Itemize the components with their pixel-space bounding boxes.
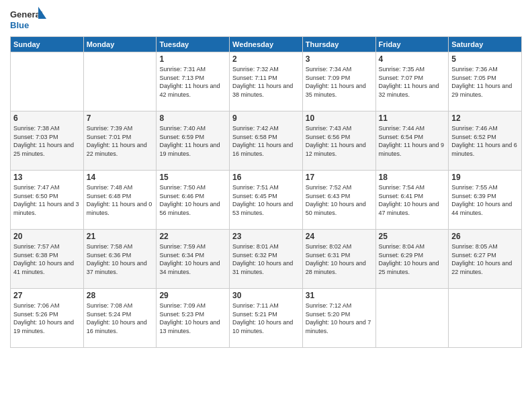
day-number: 13 (13, 173, 81, 182)
day-number: 15 (159, 173, 226, 182)
day-number: 22 (159, 232, 226, 241)
day-info: Sunrise: 7:38 AMSunset: 7:03 PMDaylight:… (13, 124, 81, 158)
day-info: Sunrise: 8:04 AMSunset: 6:29 PMDaylight:… (379, 242, 446, 276)
calendar-week-row: 27Sunrise: 7:06 AMSunset: 5:26 PMDayligh… (11, 289, 522, 348)
calendar-table: SundayMondayTuesdayWednesdayThursdayFrid… (10, 36, 522, 348)
calendar-cell: 13Sunrise: 7:47 AMSunset: 6:50 PMDayligh… (11, 171, 84, 230)
day-info: Sunrise: 7:32 AMSunset: 7:11 PMDaylight:… (232, 65, 300, 99)
calendar-header-thursday: Thursday (302, 37, 375, 52)
day-number: 5 (451, 54, 519, 64)
day-number: 26 (451, 232, 519, 241)
day-info: Sunrise: 7:47 AMSunset: 6:50 PMDaylight:… (13, 183, 81, 217)
day-info: Sunrise: 7:11 AMSunset: 5:21 PMDaylight:… (232, 302, 300, 335)
calendar-cell: 16Sunrise: 7:51 AMSunset: 6:45 PMDayligh… (230, 171, 303, 230)
calendar-header-sunday: Sunday (11, 37, 84, 52)
calendar-header-friday: Friday (375, 37, 449, 52)
day-number: 12 (451, 113, 519, 123)
calendar-cell: 10Sunrise: 7:43 AMSunset: 6:56 PMDayligh… (302, 111, 375, 171)
day-number: 7 (87, 113, 154, 123)
day-info: Sunrise: 7:50 AMSunset: 6:46 PMDaylight:… (159, 183, 226, 217)
day-info: Sunrise: 7:12 AMSunset: 5:20 PMDaylight:… (306, 302, 373, 335)
logo-svg: GeneralBlue (10, 7, 47, 31)
calendar-header-monday: Monday (83, 37, 157, 52)
day-number: 24 (306, 232, 373, 241)
day-number: 28 (87, 291, 154, 300)
day-info: Sunrise: 7:36 AMSunset: 7:05 PMDaylight:… (451, 65, 519, 99)
day-number: 6 (13, 113, 81, 123)
day-info: Sunrise: 7:31 AMSunset: 7:13 PMDaylight:… (159, 65, 226, 99)
day-number: 17 (306, 173, 373, 182)
day-number: 30 (232, 291, 300, 300)
day-info: Sunrise: 7:35 AMSunset: 7:07 PMDaylight:… (379, 65, 446, 99)
day-number: 16 (232, 173, 300, 182)
calendar-cell: 11Sunrise: 7:44 AMSunset: 6:54 PMDayligh… (375, 111, 449, 171)
day-info: Sunrise: 7:59 AMSunset: 6:34 PMDaylight:… (159, 242, 226, 276)
calendar-cell: 22Sunrise: 7:59 AMSunset: 6:34 PMDayligh… (157, 230, 230, 289)
day-info: Sunrise: 7:57 AMSunset: 6:38 PMDaylight:… (13, 242, 81, 276)
svg-text:Blue: Blue (10, 20, 29, 30)
calendar-cell: 9Sunrise: 7:42 AMSunset: 6:58 PMDaylight… (230, 111, 303, 171)
page-header: GeneralBlue (10, 7, 522, 31)
day-info: Sunrise: 8:01 AMSunset: 6:32 PMDaylight:… (232, 242, 300, 276)
calendar-cell (449, 289, 522, 348)
day-info: Sunrise: 8:05 AMSunset: 6:27 PMDaylight:… (451, 242, 519, 276)
day-info: Sunrise: 7:51 AMSunset: 6:45 PMDaylight:… (232, 183, 300, 217)
calendar-header-row: SundayMondayTuesdayWednesdayThursdayFrid… (11, 37, 522, 52)
calendar-cell: 29Sunrise: 7:09 AMSunset: 5:23 PMDayligh… (157, 289, 230, 348)
day-number: 29 (159, 291, 226, 300)
day-info: Sunrise: 7:42 AMSunset: 6:58 PMDaylight:… (232, 124, 300, 158)
logo: GeneralBlue (10, 7, 47, 31)
day-number: 1 (159, 54, 226, 64)
calendar-cell: 8Sunrise: 7:40 AMSunset: 6:59 PMDaylight… (157, 111, 230, 171)
calendar-cell: 28Sunrise: 7:08 AMSunset: 5:24 PMDayligh… (83, 289, 157, 348)
day-number: 23 (232, 232, 300, 241)
day-number: 20 (13, 232, 81, 241)
calendar-cell: 12Sunrise: 7:46 AMSunset: 6:52 PMDayligh… (449, 111, 522, 171)
calendar-cell: 6Sunrise: 7:38 AMSunset: 7:03 PMDaylight… (11, 111, 84, 171)
calendar-cell: 20Sunrise: 7:57 AMSunset: 6:38 PMDayligh… (11, 230, 84, 289)
day-number: 8 (159, 113, 226, 123)
svg-marker-2 (38, 7, 46, 19)
calendar-cell (83, 52, 157, 111)
day-info: Sunrise: 7:55 AMSunset: 6:39 PMDaylight:… (451, 183, 519, 217)
calendar-week-row: 20Sunrise: 7:57 AMSunset: 6:38 PMDayligh… (11, 230, 522, 289)
calendar-cell: 4Sunrise: 7:35 AMSunset: 7:07 PMDaylight… (375, 52, 449, 111)
day-info: Sunrise: 7:09 AMSunset: 5:23 PMDaylight:… (159, 302, 226, 335)
calendar-week-row: 6Sunrise: 7:38 AMSunset: 7:03 PMDaylight… (11, 111, 522, 171)
day-number: 3 (306, 54, 373, 64)
calendar-cell: 27Sunrise: 7:06 AMSunset: 5:26 PMDayligh… (11, 289, 84, 348)
day-info: Sunrise: 7:06 AMSunset: 5:26 PMDaylight:… (13, 302, 81, 335)
calendar-week-row: 13Sunrise: 7:47 AMSunset: 6:50 PMDayligh… (11, 171, 522, 230)
day-number: 11 (379, 113, 446, 123)
day-number: 10 (306, 113, 373, 123)
calendar-cell: 1Sunrise: 7:31 AMSunset: 7:13 PMDaylight… (157, 52, 230, 111)
calendar-cell (11, 52, 84, 111)
day-info: Sunrise: 7:43 AMSunset: 6:56 PMDaylight:… (306, 124, 373, 158)
svg-text:General: General (10, 9, 42, 19)
calendar-header-saturday: Saturday (449, 37, 522, 52)
calendar-cell: 5Sunrise: 7:36 AMSunset: 7:05 PMDaylight… (449, 52, 522, 111)
calendar-cell: 15Sunrise: 7:50 AMSunset: 6:46 PMDayligh… (157, 171, 230, 230)
day-number: 19 (451, 173, 519, 182)
calendar-cell: 18Sunrise: 7:54 AMSunset: 6:41 PMDayligh… (375, 171, 449, 230)
day-info: Sunrise: 8:02 AMSunset: 6:31 PMDaylight:… (306, 242, 373, 276)
calendar-cell: 31Sunrise: 7:12 AMSunset: 5:20 PMDayligh… (302, 289, 375, 348)
calendar-header-wednesday: Wednesday (230, 37, 303, 52)
calendar-cell: 7Sunrise: 7:39 AMSunset: 7:01 PMDaylight… (83, 111, 157, 171)
calendar-cell: 21Sunrise: 7:58 AMSunset: 6:36 PMDayligh… (83, 230, 157, 289)
day-number: 4 (379, 54, 446, 64)
day-number: 21 (87, 232, 154, 241)
day-info: Sunrise: 7:48 AMSunset: 6:48 PMDaylight:… (87, 183, 154, 217)
calendar-cell (375, 289, 449, 348)
calendar-header-tuesday: Tuesday (157, 37, 230, 52)
day-info: Sunrise: 7:54 AMSunset: 6:41 PMDaylight:… (379, 183, 446, 217)
calendar-cell: 24Sunrise: 8:02 AMSunset: 6:31 PMDayligh… (302, 230, 375, 289)
day-number: 14 (87, 173, 154, 182)
day-number: 31 (306, 291, 373, 300)
day-number: 2 (232, 54, 300, 64)
day-info: Sunrise: 7:44 AMSunset: 6:54 PMDaylight:… (379, 124, 446, 158)
day-info: Sunrise: 7:40 AMSunset: 6:59 PMDaylight:… (159, 124, 226, 158)
calendar-cell: 17Sunrise: 7:52 AMSunset: 6:43 PMDayligh… (302, 171, 375, 230)
calendar-week-row: 1Sunrise: 7:31 AMSunset: 7:13 PMDaylight… (11, 52, 522, 111)
day-info: Sunrise: 7:46 AMSunset: 6:52 PMDaylight:… (451, 124, 519, 158)
